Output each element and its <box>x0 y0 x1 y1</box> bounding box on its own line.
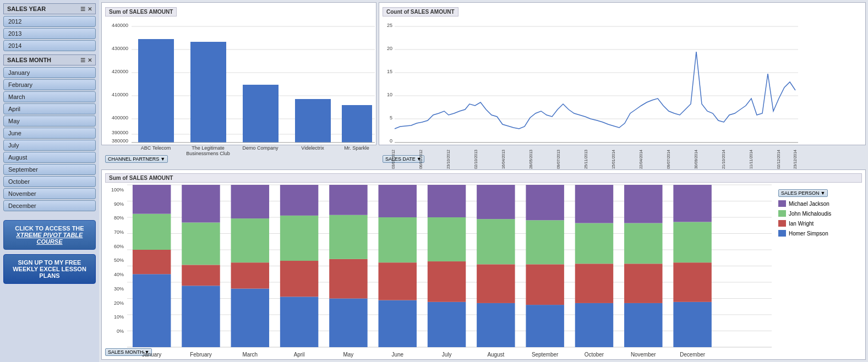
sales-date-filter[interactable]: SALES DATE ▼ <box>383 155 424 163</box>
svg-rect-98 <box>428 217 466 261</box>
svg-rect-93 <box>378 217 416 262</box>
svg-text:23/10/2012: 23/10/2012 <box>446 150 450 169</box>
svg-rect-74 <box>182 185 220 222</box>
svg-text:25/11/2013: 25/11/2013 <box>584 150 588 169</box>
month-filter-may[interactable]: May <box>3 116 96 127</box>
svg-text:ABC Telecom: ABC Telecom <box>141 145 171 151</box>
sales-person-label: SALES PERSON <box>781 190 820 196</box>
clear-icon-month[interactable]: ✕ <box>88 57 92 63</box>
svg-text:0: 0 <box>390 138 392 144</box>
svg-text:Demo Company: Demo Company <box>242 145 279 151</box>
signup-cta[interactable]: SIGN UP TO MY FREE WEEKLY EXCEL LESSON P… <box>3 254 96 284</box>
month-filter-august[interactable]: August <box>3 152 96 163</box>
svg-text:June: June <box>391 352 403 358</box>
bottom-row: Sum of SALES AMOUNT 100% 90% 80% 70% 60%… <box>101 169 866 360</box>
svg-text:28/05/2013: 28/05/2013 <box>529 150 533 169</box>
svg-rect-122 <box>673 262 711 302</box>
month-filter-october[interactable]: October <box>3 176 96 187</box>
months-list: JanuaryFebruaryMarchAprilMayJuneJulyAugu… <box>3 67 96 216</box>
month-filter-february[interactable]: February <box>3 79 96 90</box>
legend-items: Michael JacksonJohn MichaloudisIan Wrigh… <box>778 200 862 240</box>
sort-icon[interactable]: ☰ <box>80 6 85 12</box>
svg-text:May: May <box>343 352 354 358</box>
stacked-chart-title: Sum of SALES AMOUNT <box>105 173 862 183</box>
svg-text:09/07/2013: 09/07/2013 <box>556 150 560 169</box>
stacked-y-axis: 100% 90% 80% 70% 60% 50% 40% 30% 20% 10%… <box>105 185 125 347</box>
clear-icon[interactable]: ✕ <box>88 6 92 12</box>
svg-text:The Legitimate: The Legitimate <box>192 145 225 151</box>
svg-rect-16 <box>190 42 226 142</box>
svg-rect-111 <box>575 303 613 347</box>
svg-rect-124 <box>673 185 711 222</box>
month-filter-april[interactable]: April <box>3 103 96 114</box>
svg-text:January: January <box>142 352 162 358</box>
bar-chart-box: Sum of SALES AMOUNT 440000 430000 420000… <box>101 2 376 145</box>
svg-rect-14 <box>138 39 174 142</box>
svg-rect-113 <box>575 223 613 264</box>
month-filter-june[interactable]: June <box>3 128 96 139</box>
legend-item: Ian Wright <box>778 220 862 227</box>
svg-rect-68 <box>133 214 171 250</box>
sales-month-label: SALES MONTH <box>7 57 51 63</box>
svg-text:February: February <box>190 352 212 358</box>
pivot-course-cta[interactable]: CLICK TO ACCESS THE XTREME PIVOT TABLE C… <box>3 220 96 250</box>
legend-item: John Michaloudis <box>778 210 862 217</box>
svg-rect-86 <box>329 299 367 348</box>
svg-text:15/01/2014: 15/01/2014 <box>612 150 615 169</box>
svg-text:15: 15 <box>387 69 392 74</box>
svg-text:440000: 440000 <box>112 23 128 28</box>
stacked-bars-svg: January February March <box>127 185 772 347</box>
sidebar: SALES YEAR ☰ ✕ 201220132014 SALES MONTH … <box>0 0 99 362</box>
svg-text:December: December <box>680 352 705 358</box>
bar-chart-svg: 440000 430000 420000 410000 400000 39000… <box>105 19 375 151</box>
svg-rect-104 <box>477 185 515 219</box>
sales-year-header: SALES YEAR ☰ ✕ <box>3 3 96 14</box>
svg-text:March: March <box>243 352 258 358</box>
year-filter-2014[interactable]: 2014 <box>3 40 96 51</box>
svg-rect-121 <box>673 302 711 347</box>
legend-label: Michael Jackson <box>789 201 829 207</box>
filter-dropdown-icon: ▼ <box>160 156 165 162</box>
svg-text:380000: 380000 <box>112 138 128 144</box>
svg-text:23/12/2014: 23/12/2014 <box>793 150 797 169</box>
svg-text:420000: 420000 <box>112 69 128 74</box>
svg-text:5: 5 <box>390 115 392 120</box>
svg-text:Videlectrix: Videlectrix <box>301 145 324 151</box>
years-list: 201220132014 <box>3 16 96 52</box>
year-filter-2013[interactable]: 2013 <box>3 28 96 39</box>
month-filter-july[interactable]: July <box>3 140 96 151</box>
legend-item: Homer Simpson <box>778 230 862 237</box>
svg-text:410000: 410000 <box>112 92 128 97</box>
svg-text:Mr. Sparkle: Mr. Sparkle <box>344 145 369 151</box>
legend-swatch <box>778 230 786 237</box>
line-chart-box: Count of SALES AMOUNT 25 20 15 10 5 0 <box>379 2 866 145</box>
sales-year-icons: ☰ ✕ <box>80 6 92 12</box>
sales-person-filter[interactable]: SALES PERSON ▼ <box>778 189 828 197</box>
svg-rect-107 <box>526 264 564 305</box>
svg-text:April: April <box>294 352 305 358</box>
sort-icon-month[interactable]: ☰ <box>80 57 85 63</box>
svg-rect-119 <box>624 185 662 223</box>
svg-text:22/04/2014: 22/04/2014 <box>639 150 643 169</box>
svg-text:09/07/2014: 09/07/2014 <box>667 150 670 169</box>
svg-text:25: 25 <box>387 23 392 28</box>
svg-rect-69 <box>133 185 171 214</box>
channel-partners-filter[interactable]: CHANNEL PARTNERS ▼ <box>105 155 168 163</box>
month-filter-march[interactable]: March <box>3 91 96 102</box>
svg-rect-117 <box>624 264 662 303</box>
svg-rect-114 <box>575 185 613 223</box>
month-filter-january[interactable]: January <box>3 67 96 78</box>
year-filter-2012[interactable]: 2012 <box>3 16 96 27</box>
stacked-bars-area: January February March <box>127 185 772 347</box>
month-filter-november[interactable]: November <box>3 188 96 199</box>
month-filter-september[interactable]: September <box>3 164 96 175</box>
svg-rect-72 <box>182 265 220 286</box>
svg-rect-87 <box>329 259 367 299</box>
sales-month-icons: ☰ ✕ <box>80 57 92 63</box>
stacked-legend: SALES PERSON ▼ Michael JacksonJohn Micha… <box>774 185 862 347</box>
svg-rect-79 <box>231 185 269 218</box>
svg-text:30/09/2014: 30/09/2014 <box>694 150 698 169</box>
svg-rect-84 <box>280 185 318 216</box>
svg-rect-102 <box>477 264 515 303</box>
month-filter-december[interactable]: December <box>3 200 96 211</box>
